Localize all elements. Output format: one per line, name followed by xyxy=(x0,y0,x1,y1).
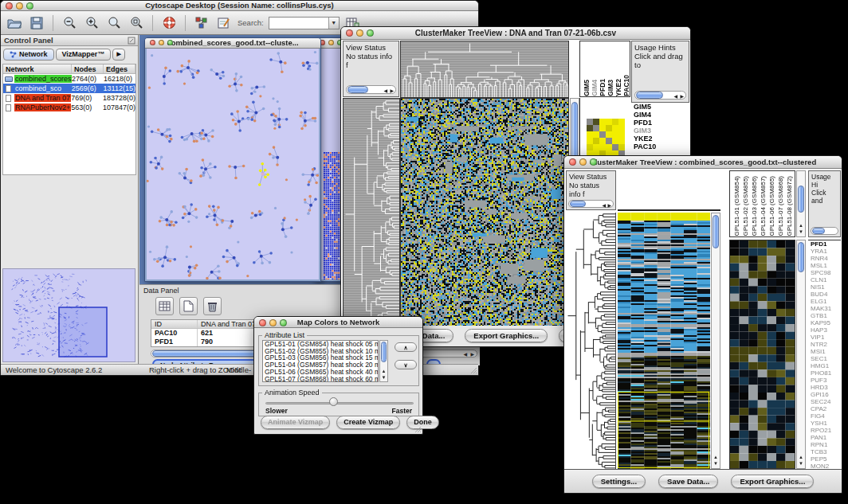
minimize-icon[interactable] xyxy=(16,2,23,10)
gene-label[interactable]: PFD1 xyxy=(631,119,689,127)
gene-label[interactable]: RPN1 xyxy=(808,441,841,448)
view-status-hscrollbar[interactable]: ◀ ▶ xyxy=(568,200,614,208)
gene-label[interactable]: YSH1 xyxy=(808,420,841,427)
scrollbar-thumb[interactable] xyxy=(798,242,804,272)
scroll-up-icon[interactable]: ▲ xyxy=(380,368,387,374)
col-edges[interactable]: Edges xyxy=(104,64,135,73)
gene-label[interactable]: PUF3 xyxy=(808,377,841,384)
treeview-button[interactable]: Settings... xyxy=(592,475,646,488)
gene-label[interactable]: NTR2 xyxy=(808,341,841,348)
help-ring-icon[interactable] xyxy=(160,14,178,32)
network-view-window-1[interactable]: combined_scores_good.txt--cluste... xyxy=(144,37,321,282)
column-label[interactable]: GPL51-06 (GSM865) xyxy=(768,176,776,236)
view-status-hscrollbar[interactable]: ◀ ▶ xyxy=(346,85,396,94)
treeview2-title-bar[interactable]: ClusterMaker TreeView : combined_scores_… xyxy=(564,156,842,169)
gene-label[interactable]: VIP1 xyxy=(808,334,841,341)
zoom-window-icon[interactable] xyxy=(167,40,173,45)
scroll-left-icon[interactable]: ◀ xyxy=(383,87,387,96)
float-panel-icon[interactable] xyxy=(128,37,135,45)
heatmap[interactable] xyxy=(400,98,569,326)
move-down-button[interactable]: ∨ xyxy=(395,360,417,369)
gene-label[interactable]: TCB3 xyxy=(808,448,841,455)
column-label[interactable]: GIM4 xyxy=(591,80,599,96)
column-labels[interactable]: GIM5GIM4PFD1GIM3YKE2PAC10 xyxy=(579,41,630,97)
minimize-icon[interactable] xyxy=(269,319,277,326)
gene-label[interactable]: NIS1 xyxy=(808,283,841,291)
heatmap[interactable] xyxy=(618,213,710,469)
close-icon[interactable] xyxy=(259,319,266,326)
scroll-up-icon[interactable]: ▲ xyxy=(797,222,805,229)
main-title-bar[interactable]: Cytoscape Desktop (Session Name: collins… xyxy=(1,1,478,11)
done-button[interactable]: Done xyxy=(406,416,439,429)
close-icon[interactable] xyxy=(150,40,155,45)
gene-label[interactable]: FIG4 xyxy=(808,412,841,420)
treeview-button[interactable]: Export Graphics... xyxy=(465,329,548,342)
speed-slider-thumb[interactable] xyxy=(329,397,338,406)
create-vizmap-button[interactable]: Create Vizmap xyxy=(336,416,400,429)
gene-label[interactable]: SEC24 xyxy=(808,398,841,405)
gene-label[interactable]: GPI16 xyxy=(808,391,841,398)
gene-label[interactable]: GIM4 xyxy=(631,111,689,119)
treeview-button[interactable]: Export Graphics... xyxy=(731,475,814,488)
gene-label[interactable]: MSL1 xyxy=(808,262,841,269)
zoom-actual-icon[interactable] xyxy=(105,14,123,32)
column-label[interactable]: GPL51-04 (GSM857) xyxy=(759,176,768,236)
zoom-window-icon[interactable] xyxy=(367,29,374,37)
scroll-left-icon[interactable]: ◀ xyxy=(673,92,677,101)
annotation-icon[interactable] xyxy=(215,14,233,32)
gene-label[interactable]: YKE2 xyxy=(631,135,689,143)
gene-label[interactable]: HMG1 xyxy=(808,362,841,369)
tab-overflow-arrow[interactable]: ▶ xyxy=(112,49,124,61)
gene-label[interactable]: CLN1 xyxy=(808,276,841,283)
network-view-1-title-bar[interactable]: combined_scores_good.txt--cluste... xyxy=(145,38,320,49)
gene-label[interactable]: HRD3 xyxy=(808,384,841,391)
resize-grip-icon[interactable] xyxy=(469,366,477,374)
scroll-down-icon[interactable]: ▼ xyxy=(380,374,387,381)
scrollbar-thumb[interactable] xyxy=(570,201,586,207)
gene-label[interactable]: GIM5 xyxy=(631,103,689,111)
close-icon[interactable] xyxy=(6,2,13,10)
zoom-window-icon[interactable] xyxy=(280,319,287,326)
mini-heatmap[interactable] xyxy=(587,119,625,157)
gene-label[interactable]: ELG1 xyxy=(808,298,841,305)
scrollbar-thumb[interactable] xyxy=(381,342,387,362)
network-row[interactable]: combined_sco 2569(6) 13112(15) xyxy=(3,84,135,93)
column-label[interactable]: GPL51-08 (GSM872) xyxy=(785,176,794,236)
column-label[interactable]: GPL51-02 (GSM855) xyxy=(741,176,750,236)
column-label[interactable]: GPL51-01 (GSM854) xyxy=(732,176,741,236)
scrollbar-thumb[interactable] xyxy=(812,228,825,234)
gene-label[interactable]: BUD4 xyxy=(808,291,841,298)
minimize-icon[interactable] xyxy=(328,40,334,45)
gene-label[interactable]: RNR4 xyxy=(808,255,841,262)
gene-label[interactable]: PEP5 xyxy=(808,455,841,463)
birdseye-view[interactable] xyxy=(2,268,135,362)
scroll-right-icon[interactable]: ▶ xyxy=(470,351,474,357)
scroll-right-icon[interactable]: ▶ xyxy=(607,201,611,210)
dialog-title-bar[interactable]: Map Colors to Network xyxy=(254,317,422,328)
window-controls[interactable] xyxy=(6,2,33,10)
column-label[interactable]: GIM3 xyxy=(607,80,614,96)
id-column-header[interactable]: ID xyxy=(151,320,198,328)
table-icon[interactable] xyxy=(155,297,174,315)
scroll-right-icon[interactable]: ▶ xyxy=(390,87,394,96)
zoom-heatmap-vscrollbar[interactable]: ▲ ▼ xyxy=(796,240,806,469)
minimize-icon[interactable] xyxy=(579,158,587,166)
gene-label[interactable]: SPC98 xyxy=(808,269,841,276)
column-label[interactable]: GIM5 xyxy=(583,80,591,96)
gene-label[interactable]: PAC10 xyxy=(631,143,689,150)
gene-label[interactable]: YRA1 xyxy=(808,248,841,255)
scroll-left-icon[interactable]: ◀ xyxy=(602,201,606,210)
gene-label[interactable]: PAN1 xyxy=(808,434,841,441)
col-nodes[interactable]: Nodes xyxy=(72,64,104,73)
usage-hints-hscrollbar[interactable] xyxy=(811,227,838,235)
network-canvas-1[interactable] xyxy=(147,49,319,279)
column-labels-vscrollbar[interactable]: ▲ ▼ xyxy=(796,170,806,237)
heatmap-vscrollbar[interactable]: ▲ ▼ xyxy=(711,213,720,469)
speed-slider-track[interactable] xyxy=(265,402,414,404)
zoom-heatmap[interactable] xyxy=(729,240,795,469)
vizmap-squares-icon[interactable] xyxy=(193,14,210,32)
gene-label[interactable]: KAP95 xyxy=(808,319,841,326)
move-up-button[interactable]: ∧ xyxy=(395,342,417,352)
attribute-item[interactable]: GPL51-07 (GSM868) heat shock 60 min xyxy=(263,376,378,382)
trash-icon[interactable] xyxy=(203,297,222,315)
